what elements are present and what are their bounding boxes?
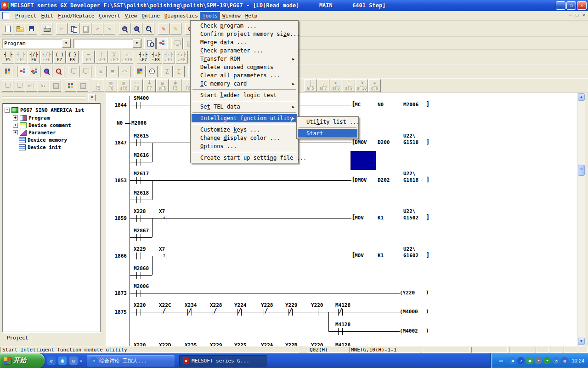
comment-edit-button[interactable]: ✎ [29,66,40,77]
open-project-button[interactable] [14,23,25,34]
menubar-item-edit[interactable]: Edit [39,12,56,20]
find-string-button[interactable]: A [143,23,154,34]
layers-tray-icon[interactable]: ▤ [561,357,568,364]
umbrella-tray-icon[interactable]: ☂ [543,357,551,364]
copy-button[interactable] [68,23,79,34]
menubar-item-online[interactable]: Online [139,12,162,20]
monitor-write-button[interactable]: ✎ [170,23,181,34]
tab-project[interactable]: Project [4,333,31,343]
coil-button[interactable]: ( )F7 [53,51,66,63]
scrollbar-thumb[interactable] [578,165,585,176]
search-tray-icon[interactable]: ◔ [552,357,560,364]
media-player-quicklaunch-icon[interactable]: ◉ [58,356,67,365]
pulse-down-button[interactable]: ┤↓├sF8 [150,51,162,63]
taskbar-task-2[interactable]: ◆MELSOFT series G... [179,355,267,367]
instruction-find-button[interactable] [53,66,64,77]
network-parameter-button[interactable] [134,66,146,77]
new-file-button[interactable] [2,23,13,34]
menu-item-transfer-rom[interactable]: Transfer ROM▶ [192,55,297,63]
start-button[interactable]: 开始 [0,353,45,368]
menu-item-create-start-up-setting-file[interactable]: Create start-up setting file ... [192,154,297,162]
expand-icon[interactable]: + [13,130,18,135]
menubar-item-convert[interactable]: Convert [96,12,122,20]
menubar-item-tools[interactable]: Tools [200,12,220,20]
step-number: 1847 [106,140,127,146]
close-panel-button[interactable]: × [88,94,96,101]
menu-item-intelligent-function-utility[interactable]: Intelligent function utility▶ [192,114,297,122]
data-name-select[interactable]: ▼ [74,39,141,48]
open-contact-button[interactable]: ┤ ├F5 [2,51,14,63]
menu-item-clear-all-parameters[interactable]: Clear all parameters ... [192,71,297,80]
nest-label: N0 [117,121,123,126]
menubar-item-findreplace[interactable]: Find/Replace [56,12,96,20]
find-contact-button[interactable] [131,23,142,34]
scroll-down-button[interactable]: ▼ [578,338,585,345]
submenu-item-utility-list[interactable]: Utility list ... [298,118,357,126]
find-device-button[interactable] [119,23,130,34]
chevron-down-icon[interactable]: ▼ [133,39,141,48]
tree-item-device-comment[interactable]: +Device comment [13,121,71,129]
mdi-restore-button[interactable]: ❐ [576,12,579,18]
menu-item-change-display-color[interactable]: Change display color ... [192,134,297,142]
program-type-select[interactable]: Program ▼ [2,39,71,48]
taskbar-task-1[interactable]: e综合讨论 工控人... [87,355,175,367]
tree-item-device-init[interactable]: Device init [13,144,61,151]
ie-quicklaunch-icon[interactable]: e [47,356,56,365]
print-button[interactable] [41,23,52,34]
menu-item-check-parameter[interactable]: Check parameter ... [192,46,297,55]
chevron-down-icon[interactable]: ▼ [62,39,70,48]
menubar-item-view[interactable]: View [123,12,140,20]
macro-button[interactable] [144,38,156,49]
submenu-item-start[interactable]: Start [298,129,357,138]
keyboard-tray-icon[interactable]: ⌨ [497,357,504,364]
hide-icons-chevron[interactable]: ◀ [509,357,516,364]
menu-item-check-program[interactable]: Check program ... [192,22,297,30]
vertical-scrollbar[interactable]: ▲ ▼ [577,93,585,346]
menu-item-options[interactable]: Options ... [192,142,297,150]
restore-button[interactable]: ❐ [566,1,576,10]
download-tray-icon[interactable]: ➤ [535,357,542,364]
mdi-minimize-button[interactable]: — [569,12,572,18]
menu-item-delete-unused-comments[interactable]: Delete unused comments [192,63,297,71]
application-instruction-button[interactable]: { }F8 [66,51,79,63]
minimize-button[interactable]: _ [556,1,565,10]
save-project-button[interactable] [26,23,37,34]
panel-gripper[interactable] [2,97,85,99]
menu-separator [299,127,356,128]
sfc-select-button: ⊠sF5 [156,79,169,92]
menu-item-start-ladder-logic-test[interactable]: Start ladder logic test [192,91,297,99]
device-find-button[interactable] [41,66,52,77]
device-memory-button[interactable] [2,66,13,77]
menubar-item-diagnostics[interactable]: Diagnostics [162,12,200,20]
network-test-button[interactable] [65,80,76,92]
tree-item-device-memory[interactable]: Device memory [13,136,67,144]
network-tray-icon[interactable]: ↗ [517,357,525,364]
project-tree-toggle-button[interactable] [156,38,168,49]
tree-item-program[interactable]: +Program [13,114,50,121]
tree-item-parameter[interactable]: +Parameter [13,129,56,136]
monitor-condition-button[interactable] [146,66,158,77]
comment-display-button[interactable] [17,66,28,77]
collapse-icon[interactable]: - [5,108,10,113]
close-button[interactable]: ✕ [577,1,587,10]
ladder-edit-cursor[interactable] [351,151,376,170]
trace-button [77,80,88,92]
menubar-item-project[interactable]: Project [13,12,39,20]
menu-item-ic-memory-card[interactable]: IC memory card▶ [192,80,297,88]
mail-quicklaunch-icon[interactable]: ✉ [69,356,78,365]
menu-item-merge-data[interactable]: Merge data ... [192,38,297,46]
menubar-item-help[interactable]: Help [243,12,260,20]
expand-icon[interactable]: + [13,123,18,128]
write-mode-button[interactable]: ✎ [158,23,170,34]
menu-item-set-tel-data[interactable]: Set TEL data▶ [192,103,297,111]
pulse-up-button[interactable]: ┤↑├sF7 [137,51,149,63]
mdi-close-button[interactable]: ✕ [582,12,585,18]
expand-icon[interactable]: + [13,115,18,121]
close-contact-button[interactable]: ┤/├F6 [28,51,40,63]
scroll-up-button[interactable]: ▲ [578,93,585,101]
menubar-item-window[interactable]: Window [220,12,243,20]
tree-item-root[interactable]: -P667 SINO AMERICA 1st [5,106,84,114]
menu-item-customize-keys[interactable]: Customize keys ... [192,126,297,134]
menu-item-confirm-project-memory-size[interactable]: Confirm project memory size... [192,30,297,38]
antivirus-tray-icon[interactable]: ● [526,357,533,364]
